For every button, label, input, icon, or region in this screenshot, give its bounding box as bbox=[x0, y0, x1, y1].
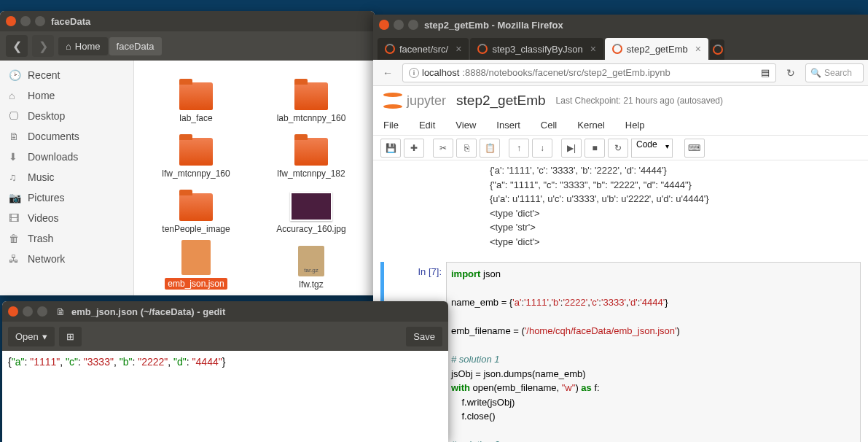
open-button[interactable]: Open▾ bbox=[8, 327, 55, 346]
code-editor[interactable]: import json name_emb = {'a':'1111','b':'… bbox=[446, 262, 861, 442]
run-button[interactable]: ▶| bbox=[561, 139, 582, 158]
menu-file[interactable]: File bbox=[383, 120, 399, 131]
breadcrumb-current[interactable]: faceData bbox=[109, 37, 162, 55]
save-button[interactable]: 💾 bbox=[380, 139, 401, 158]
cell-type-select[interactable]: Code bbox=[631, 139, 673, 158]
browser-tab[interactable] bbox=[710, 39, 724, 60]
file-item[interactable]: lab_mtcnnpy_160 bbox=[254, 71, 369, 126]
search-icon: 🔍 bbox=[810, 68, 821, 78]
sidebar-icon: ♫ bbox=[9, 171, 20, 183]
file-item[interactable]: Accuracy_160.jpg bbox=[254, 182, 369, 237]
file-item[interactable]: tenPeople_image bbox=[138, 182, 254, 237]
browser-tab[interactable]: step3_classifyByJson× bbox=[470, 38, 603, 60]
sidebar-icon: 📷 bbox=[9, 192, 20, 203]
tab-close-icon[interactable]: × bbox=[455, 43, 461, 55]
forward-button[interactable]: ❯ bbox=[32, 35, 54, 57]
sidebar-icon: ⌂ bbox=[9, 90, 20, 101]
minimize-icon[interactable] bbox=[394, 20, 404, 30]
menu-insert[interactable]: Insert bbox=[496, 120, 520, 131]
checkpoint-text: Last Checkpoint: 21 hours ago (autosaved… bbox=[556, 96, 723, 106]
window-title: emb_json.json (~/faceData) - gedit bbox=[71, 306, 225, 317]
sidebar-label: Pictures bbox=[28, 192, 65, 203]
sidebar-item-home[interactable]: ⌂Home bbox=[0, 85, 133, 106]
paste-button[interactable]: 📋 bbox=[480, 139, 500, 158]
gedit-titlebar[interactable]: 🗎 emb_json.json (~/faceData) - gedit bbox=[2, 301, 448, 322]
sidebar-label: Recent bbox=[28, 69, 60, 81]
tab-close-icon[interactable]: × bbox=[695, 43, 701, 55]
close-icon[interactable] bbox=[8, 306, 18, 317]
menu-kernel[interactable]: Kernel bbox=[577, 120, 605, 131]
restart-button[interactable]: ↻ bbox=[608, 139, 628, 158]
cut-button[interactable]: ✂ bbox=[433, 139, 453, 158]
jupyter-logo[interactable]: jupyter bbox=[383, 91, 446, 110]
sidebar-label: Network bbox=[28, 253, 65, 265]
text-editor[interactable]: {"a": "1111", "c": "3333", "b": "2222", … bbox=[2, 351, 448, 374]
reload-button[interactable]: ↻ bbox=[781, 63, 801, 82]
file-item[interactable]: lfw.tgz bbox=[254, 237, 369, 292]
reader-icon[interactable]: ▤ bbox=[761, 67, 770, 78]
sidebar-item-pictures[interactable]: 📷Pictures bbox=[0, 187, 133, 208]
sidebar-item-recent[interactable]: 🕑Recent bbox=[0, 65, 133, 85]
sidebar-label: Home bbox=[28, 90, 55, 101]
jupyter-favicon-icon bbox=[713, 44, 723, 55]
maximize-icon[interactable] bbox=[37, 306, 47, 317]
menu-help[interactable]: Help bbox=[625, 120, 645, 131]
home-icon: ⌂ bbox=[66, 41, 71, 52]
add-cell-button[interactable]: ✚ bbox=[404, 139, 424, 158]
maximize-icon[interactable] bbox=[408, 20, 418, 30]
sidebar-item-music[interactable]: ♫Music bbox=[0, 167, 133, 187]
minimize-icon[interactable] bbox=[20, 16, 31, 26]
tab-close-icon[interactable]: × bbox=[590, 43, 596, 55]
sidebar-label: Videos bbox=[28, 212, 59, 224]
sidebar-icon: 🕑 bbox=[9, 69, 20, 81]
json-icon bbox=[181, 240, 211, 275]
sidebar-icon: 🎞 bbox=[9, 212, 20, 224]
file-item[interactable]: lab_face bbox=[138, 71, 254, 126]
folder-icon bbox=[179, 138, 213, 166]
sidebar-item-downloads[interactable]: ⬇Downloads bbox=[0, 147, 133, 167]
window-title: faceData bbox=[51, 16, 90, 27]
command-palette-button[interactable]: ⌨ bbox=[684, 139, 705, 158]
sidebar-label: Trash bbox=[28, 233, 53, 244]
firefox-titlebar[interactable]: step2_getEmb - Mozilla Firefox bbox=[373, 15, 868, 35]
move-up-button[interactable]: ↑ bbox=[509, 139, 529, 158]
file-label: lfw.tgz bbox=[299, 279, 323, 290]
file-manager-content[interactable]: lab_facelab_mtcnnpy_160lfw_mtcnnpy_160lf… bbox=[134, 61, 375, 295]
file-item[interactable]: emb_json.json bbox=[138, 237, 254, 292]
save-button[interactable]: Save bbox=[406, 327, 442, 346]
browser-tab[interactable]: step2_getEmb× bbox=[605, 38, 708, 60]
sidebar-item-trash[interactable]: 🗑Trash bbox=[0, 228, 133, 249]
copy-button[interactable]: ⎘ bbox=[456, 139, 477, 158]
file-item[interactable]: lfw_mtcnnpy_182 bbox=[254, 126, 369, 182]
sidebar-item-documents[interactable]: 🗎Documents bbox=[0, 126, 133, 147]
menu-cell[interactable]: Cell bbox=[541, 120, 557, 131]
search-input[interactable]: 🔍 Search bbox=[805, 63, 864, 82]
file-manager-window: faceData ❮ ❯ ⌂Home faceData 🕑Recent⌂Home… bbox=[0, 11, 375, 295]
close-icon[interactable] bbox=[6, 16, 16, 26]
sidebar-item-network[interactable]: 🖧Network bbox=[0, 249, 133, 269]
close-icon[interactable] bbox=[379, 20, 389, 30]
window-title: step2_getEmb - Mozilla Firefox bbox=[424, 20, 563, 31]
move-down-button[interactable]: ↓ bbox=[532, 139, 552, 158]
sidebar-label: Downloads bbox=[28, 151, 78, 163]
browser-tab[interactable]: facenet/src/× bbox=[378, 38, 469, 60]
menu-edit[interactable]: Edit bbox=[419, 120, 435, 131]
maximize-icon[interactable] bbox=[35, 16, 45, 26]
back-button[interactable]: ❮ bbox=[6, 35, 28, 57]
notebook-title[interactable]: step2_getEmb bbox=[456, 93, 546, 109]
code-cell[interactable]: In [7]: import json name_emb = {'a':'111… bbox=[380, 262, 861, 442]
minimize-icon[interactable] bbox=[23, 306, 33, 317]
menu-view[interactable]: View bbox=[455, 120, 476, 131]
file-item[interactable]: lfw_mtcnnpy_160 bbox=[138, 126, 254, 182]
sidebar-item-desktop[interactable]: 🖵Desktop bbox=[0, 106, 133, 126]
firefox-tabs: facenet/src/×step3_classifyByJson×step2_… bbox=[373, 35, 868, 60]
stop-button[interactable]: ■ bbox=[584, 139, 605, 158]
url-input[interactable]: i localhost:8888/notebooks/facenet/src/s… bbox=[402, 63, 776, 82]
new-tab-button[interactable]: ⊞ bbox=[59, 327, 82, 346]
back-button[interactable]: ← bbox=[378, 63, 398, 82]
info-icon[interactable]: i bbox=[409, 68, 419, 78]
breadcrumb-home[interactable]: ⌂Home bbox=[58, 37, 108, 55]
file-manager-titlebar[interactable]: faceData bbox=[0, 11, 375, 31]
tab-label: facenet/src/ bbox=[399, 44, 448, 55]
sidebar-item-videos[interactable]: 🎞Videos bbox=[0, 208, 133, 228]
